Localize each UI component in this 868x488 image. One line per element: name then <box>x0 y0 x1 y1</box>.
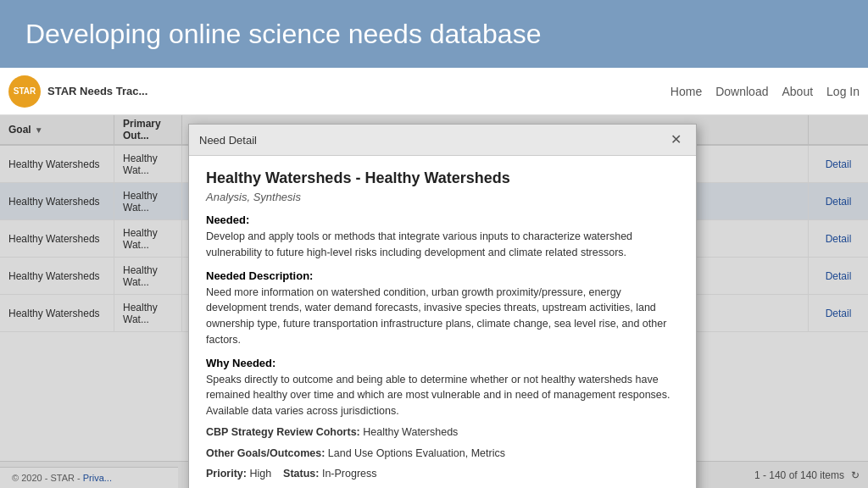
modal-header: Need Detail ✕ <box>189 125 696 156</box>
priority-value: High <box>249 468 271 480</box>
nav-about[interactable]: About <box>782 85 813 98</box>
modal-close-button[interactable]: ✕ <box>666 131 686 148</box>
modal-overlay: Need Detail ✕ Healthy Watersheds - Healt… <box>0 115 868 488</box>
needed-desc-text: Need more information on watershed condi… <box>206 285 679 348</box>
status-value: In-Progress <box>322 468 377 480</box>
why-label: Why Needed: <box>206 357 679 369</box>
needed-label: Needed: <box>206 214 679 226</box>
nav-home[interactable]: Home <box>670 85 702 98</box>
modal-title: Healthy Watersheds - Healthy Watersheds <box>206 169 679 187</box>
app-title: STAR Needs Trac... <box>47 85 147 97</box>
modal-header-title: Need Detail <box>199 134 257 147</box>
modal-subtitle: Analysis, Synthesis <box>206 191 679 203</box>
main-area: Goal ▼ Primary Out... Literacy Healthy W… <box>0 115 868 488</box>
logo-area: STAR STAR Needs Trac... <box>8 75 178 108</box>
star-logo: STAR <box>8 75 41 108</box>
navbar: STAR STAR Needs Trac... Home Download Ab… <box>0 68 868 115</box>
status-label: Status: <box>283 468 319 480</box>
needed-desc-label: Needed Description: <box>206 269 679 282</box>
nav-login[interactable]: Log In <box>826 85 860 98</box>
nav-links: Home Download About Log In <box>670 85 860 98</box>
cbp-line: CBP Strategy Review Cohorts: Healthy Wat… <box>206 424 679 441</box>
cbp-value: Healthy Watersheds <box>363 426 458 438</box>
priority-label: Priority: <box>206 468 247 480</box>
other-goals-line: Other Goals/Outcomes: Land Use Options E… <box>206 446 679 462</box>
banner-title: Developing online science needs database <box>25 19 541 50</box>
why-text: Speaks directly to outcome and being abl… <box>206 372 679 419</box>
priority-status-line: Priority: High Status: In-Progress <box>206 466 679 482</box>
cbp-label: CBP Strategy Review Cohorts: <box>206 426 360 438</box>
need-detail-modal: Need Detail ✕ Healthy Watersheds - Healt… <box>188 124 697 488</box>
needed-text: Develop and apply tools or methods that … <box>206 229 679 261</box>
page-banner: Developing online science needs database <box>0 0 868 68</box>
modal-body: Healthy Watersheds - Healthy Watersheds … <box>189 156 696 488</box>
nav-download[interactable]: Download <box>715 85 768 98</box>
other-value: Land Use Options Evaluation, Metrics <box>328 447 505 459</box>
other-label: Other Goals/Outcomes: <box>206 447 325 459</box>
